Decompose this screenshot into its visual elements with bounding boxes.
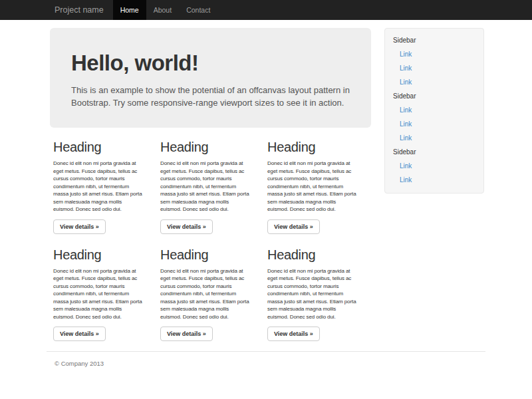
content-card: Heading Donec id elit non mi porta gravi… (264, 235, 371, 343)
page-footer: © Company 2013 (43, 351, 489, 367)
cards-row-2: Heading Donec id elit non mi porta gravi… (50, 235, 371, 343)
card-body: Donec id elit non mi porta gravida at eg… (267, 160, 358, 213)
sidebar-panel: Sidebar Link Link Link Sidebar Link Link… (384, 28, 484, 194)
cards-row-1: Heading Donec id elit non mi porta gravi… (50, 128, 371, 235)
navbar-brand[interactable]: Project name (43, 0, 113, 20)
view-details-button[interactable]: View details » (267, 219, 320, 234)
page-container: Hello, world! This is an example to show… (43, 20, 489, 367)
card-body: Donec id elit non mi porta gravida at eg… (267, 267, 358, 321)
nav-item-contact[interactable]: Contact (179, 0, 217, 20)
sidebar-group-header: Sidebar (385, 89, 483, 103)
sidebar-link[interactable]: Link (385, 159, 483, 173)
sidebar-link[interactable]: Link (385, 47, 483, 61)
content-card: Heading Donec id elit non mi porta gravi… (50, 128, 157, 235)
sidebar-link[interactable]: Link (385, 103, 483, 117)
card-heading: Heading (53, 140, 144, 155)
card-heading: Heading (160, 247, 251, 263)
navbar-container: Project name Home About Contact (43, 0, 489, 20)
sidebar-link[interactable]: Link (385, 61, 483, 75)
footer-divider (47, 351, 485, 352)
navbar: Project name Home About Contact (0, 0, 532, 20)
card-body: Donec id elit non mi porta gravida at eg… (53, 267, 144, 321)
sidebar-link[interactable]: Link (385, 131, 483, 145)
main-content: Hello, world! This is an example to show… (43, 20, 378, 342)
sidebar-link[interactable]: Link (385, 75, 483, 89)
content-card: Heading Donec id elit non mi porta gravi… (50, 235, 157, 343)
card-heading: Heading (160, 140, 251, 155)
card-heading: Heading (267, 247, 358, 263)
sidebar-group-header: Sidebar (385, 33, 483, 47)
page-title: Hello, world! (71, 51, 359, 76)
navbar-menu: Home About Contact (113, 0, 218, 20)
main-row: Hello, world! This is an example to show… (43, 20, 489, 342)
copyright-text: © Company 2013 (55, 360, 485, 367)
sidebar-link[interactable]: Link (385, 117, 483, 131)
sidebar-link[interactable]: Link (385, 173, 483, 187)
content-card: Heading Donec id elit non mi porta gravi… (157, 235, 264, 343)
view-details-button[interactable]: View details » (267, 327, 320, 341)
content-card: Heading Donec id elit non mi porta gravi… (264, 128, 371, 235)
jumbotron-description: This is an example to show the potential… (71, 84, 359, 109)
card-body: Donec id elit non mi porta gravida at eg… (160, 267, 251, 321)
card-body: Donec id elit non mi porta gravida at eg… (160, 160, 251, 213)
card-body: Donec id elit non mi porta gravida at eg… (53, 160, 144, 213)
sidebar-group-header: Sidebar (385, 145, 483, 159)
view-details-button[interactable]: View details » (160, 327, 213, 341)
sidebar-column: Sidebar Link Link Link Sidebar Link Link… (378, 20, 489, 194)
card-heading: Heading (53, 247, 144, 263)
view-details-button[interactable]: View details » (53, 219, 106, 234)
nav-item-home[interactable]: Home (113, 0, 146, 20)
nav-item-about[interactable]: About (146, 0, 179, 20)
card-heading: Heading (267, 140, 358, 155)
view-details-button[interactable]: View details » (53, 327, 106, 341)
view-details-button[interactable]: View details » (160, 219, 213, 234)
jumbotron: Hello, world! This is an example to show… (50, 28, 371, 128)
content-card: Heading Donec id elit non mi porta gravi… (157, 128, 264, 235)
